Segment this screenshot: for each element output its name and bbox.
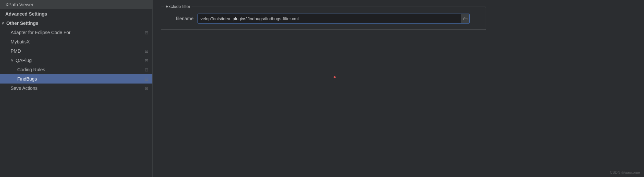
other-settings-chevron-icon: ∨ bbox=[1, 21, 4, 26]
sidebar-item-other-settings[interactable]: ∨ Other Settings bbox=[0, 19, 152, 28]
filter-box-legend: Exclude filter bbox=[164, 4, 192, 9]
sidebar: XPath Viewer Advanced Settings ∨ Other S… bbox=[0, 0, 153, 177]
sidebar-item-advanced-settings[interactable]: Advanced Settings bbox=[0, 9, 152, 19]
sidebar-item-qaplug[interactable]: ∨ QAPlug bbox=[0, 56, 152, 65]
other-settings-label: Other Settings bbox=[6, 21, 38, 26]
coding-rules-label: Coding Rules bbox=[17, 67, 45, 72]
main-content: Exclude filter filename 🗁 CSDN @uaucome bbox=[153, 0, 644, 177]
sidebar-item-xpath-viewer[interactable]: XPath Viewer bbox=[0, 0, 152, 9]
qaplug-label: QAPlug bbox=[16, 58, 32, 63]
watermark-text: CSDN @uaucome bbox=[610, 170, 640, 174]
adapter-label: Adapter for Eclipse Code For bbox=[11, 30, 71, 35]
save-actions-label: Save Actions bbox=[11, 86, 38, 91]
sidebar-item-xpath-viewer-label: XPath Viewer bbox=[5, 2, 34, 7]
sidebar-item-adapter[interactable]: Adapter for Eclipse Code For bbox=[0, 28, 152, 37]
filter-row: filename 🗁 bbox=[167, 14, 480, 24]
pmd-label: PMD bbox=[11, 48, 21, 54]
advanced-settings-label: Advanced Settings bbox=[5, 11, 47, 17]
sidebar-item-mybatisx[interactable]: MybatisX bbox=[0, 37, 152, 46]
sidebar-item-pmd[interactable]: PMD bbox=[0, 46, 152, 56]
save-actions-settings-icon bbox=[145, 86, 148, 91]
mybatisx-label: MybatisX bbox=[11, 39, 30, 44]
qaplug-chevron-icon: ∨ bbox=[11, 58, 14, 63]
red-dot-indicator bbox=[334, 76, 336, 78]
sidebar-item-save-actions[interactable]: Save Actions bbox=[0, 84, 152, 93]
exclude-filter-box: Exclude filter filename 🗁 bbox=[161, 7, 486, 30]
filter-label: filename bbox=[167, 16, 194, 21]
folder-icon: 🗁 bbox=[463, 16, 468, 21]
sidebar-item-findbugs[interactable]: FindBugs bbox=[0, 74, 152, 84]
pmd-settings-icon bbox=[145, 49, 148, 54]
filter-browse-button[interactable]: 🗁 bbox=[461, 14, 469, 23]
filter-filename-input[interactable] bbox=[198, 14, 461, 23]
filter-input-wrapper: 🗁 bbox=[198, 14, 470, 24]
qaplug-settings-icon bbox=[145, 58, 148, 63]
findbugs-settings-icon bbox=[145, 77, 148, 82]
sidebar-item-coding-rules[interactable]: Coding Rules bbox=[0, 65, 152, 74]
findbugs-label: FindBugs bbox=[17, 76, 37, 82]
adapter-settings-icon bbox=[145, 30, 148, 35]
coding-rules-settings-icon bbox=[145, 67, 148, 72]
